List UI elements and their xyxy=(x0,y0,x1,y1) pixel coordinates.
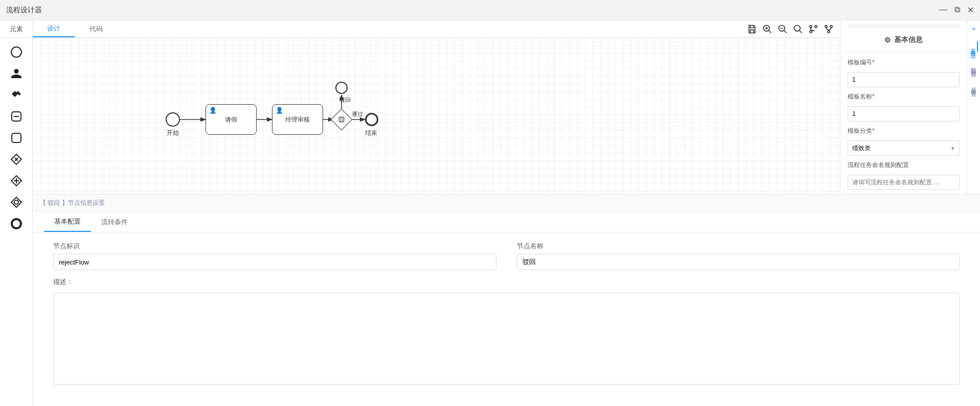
window-close-icon[interactable]: ✕ xyxy=(967,5,974,15)
input-template-no[interactable] xyxy=(848,72,960,87)
properties-panel-title: 基本信息 xyxy=(894,35,923,44)
save-icon[interactable] xyxy=(746,23,758,35)
svg-line-14 xyxy=(784,31,787,33)
textarea-node-desc[interactable] xyxy=(53,293,960,385)
palette-task-icon[interactable] xyxy=(9,131,24,145)
branch-icon[interactable] xyxy=(807,23,819,35)
svg-line-10 xyxy=(769,31,771,33)
svg-point-8 xyxy=(12,219,21,228)
zoom-in-icon[interactable] xyxy=(761,23,773,35)
node-start-event[interactable] xyxy=(166,112,180,127)
svg-rect-28 xyxy=(339,117,344,122)
rail-tab-menu[interactable]: 菜单设置 xyxy=(970,80,977,90)
svg-rect-6 xyxy=(11,197,21,207)
properties-panel-header: ⚙ 基本信息 xyxy=(840,28,967,52)
palette-inclusive-gateway-icon[interactable] xyxy=(9,195,24,209)
label-node-name: 节点名称 xyxy=(517,242,960,251)
svg-point-0 xyxy=(11,47,21,57)
tab-design[interactable]: 设计 xyxy=(33,20,75,37)
tab-basic-config[interactable]: 基本配置 xyxy=(44,212,91,232)
tab-code[interactable]: 代码 xyxy=(75,20,118,37)
node-end-label: 结束 xyxy=(365,129,377,137)
tab-flow-condition[interactable]: 流转条件 xyxy=(91,212,138,232)
input-task-naming[interactable] xyxy=(848,175,960,190)
svg-point-22 xyxy=(830,26,832,28)
node-settings-body: 节点标识 节点名称 描述： xyxy=(33,232,980,406)
palette-collapsed-subprocess-icon[interactable] xyxy=(9,109,24,124)
window-controls: — ⧉ ✕ xyxy=(939,5,974,15)
palette-end-event-icon[interactable] xyxy=(9,217,24,231)
zoom-fit-icon[interactable] xyxy=(792,23,804,35)
center-tabs: 设计 代码 xyxy=(33,20,840,38)
merge-icon[interactable] xyxy=(823,23,835,35)
properties-panel-grip[interactable] xyxy=(848,23,960,28)
label-node-id: 节点标识 xyxy=(53,242,496,251)
node-task-leave-label: 请假 xyxy=(206,115,256,124)
rail-tab-basic-info[interactable]: 基本信息 xyxy=(969,41,978,52)
label-template-category: 模板分类* xyxy=(848,127,960,135)
node-start-label: 开始 xyxy=(167,129,179,137)
node-intermediate-reject[interactable] xyxy=(335,82,348,94)
input-node-id[interactable] xyxy=(53,254,496,270)
gateway-marker-icon xyxy=(334,112,349,127)
rail-expand-icon[interactable]: » xyxy=(972,25,975,32)
label-node-desc: 描述： xyxy=(53,277,960,286)
svg-point-23 xyxy=(828,31,830,33)
svg-point-20 xyxy=(815,26,817,28)
zoom-out-icon[interactable] xyxy=(777,23,789,35)
input-node-name[interactable] xyxy=(517,254,960,270)
svg-point-21 xyxy=(825,26,827,28)
palette-start-event-icon[interactable] xyxy=(9,45,24,59)
node-settings-header: 【 驳回 】节点信息设置 xyxy=(33,195,980,212)
svg-point-18 xyxy=(810,26,812,28)
user-task-icon: 👤 xyxy=(276,107,283,114)
node-settings-tabs: 基本配置 流转条件 xyxy=(33,212,980,232)
node-settings-panel: 【 驳回 】节点信息设置 基本配置 流转条件 节点标识 节点名称 描述： xyxy=(33,194,980,406)
label-task-naming: 流程任务命名规则配置 xyxy=(848,161,960,170)
palette-header: 元素 xyxy=(0,20,32,38)
node-end-event[interactable] xyxy=(365,113,378,126)
svg-point-16 xyxy=(794,26,801,32)
edge-pass-label: 通过 xyxy=(352,110,363,118)
svg-point-19 xyxy=(810,31,812,33)
edge-reject-label: 驳回 xyxy=(339,96,351,104)
label-template-name: 模板名称* xyxy=(848,92,960,101)
window-maximize-icon[interactable]: ⧉ xyxy=(954,5,960,15)
user-task-icon: 👤 xyxy=(209,107,217,114)
palette-panel: 元素 xyxy=(0,20,33,406)
label-template-no: 模板编号* xyxy=(848,58,960,67)
palette-exclusive-gateway-icon[interactable] xyxy=(9,152,24,166)
palette-service-icon[interactable] xyxy=(9,88,24,102)
palette-parallel-gateway-icon[interactable] xyxy=(9,174,24,188)
rail-tab-permission[interactable]: 权限设置 xyxy=(970,61,977,71)
gear-icon: ⚙ xyxy=(884,36,891,44)
select-template-category[interactable] xyxy=(848,140,960,156)
node-task-manager-review[interactable]: 👤 经理审核 xyxy=(272,104,323,135)
svg-line-17 xyxy=(800,31,802,33)
canvas-toolbar xyxy=(746,20,837,38)
window-minimize-icon[interactable]: — xyxy=(939,5,947,15)
palette-list xyxy=(0,38,32,406)
node-task-leave[interactable]: 👤 请假 xyxy=(206,104,257,135)
input-template-name[interactable] xyxy=(848,106,960,122)
svg-point-7 xyxy=(14,200,18,204)
window-title: 流程设计器 xyxy=(6,6,42,15)
palette-user-icon[interactable] xyxy=(9,66,24,81)
window-titlebar: 流程设计器 — ⧉ ✕ xyxy=(0,0,980,20)
node-gateway[interactable] xyxy=(334,112,349,127)
node-task-manager-review-label: 经理审核 xyxy=(272,115,323,124)
svg-rect-3 xyxy=(12,133,21,142)
